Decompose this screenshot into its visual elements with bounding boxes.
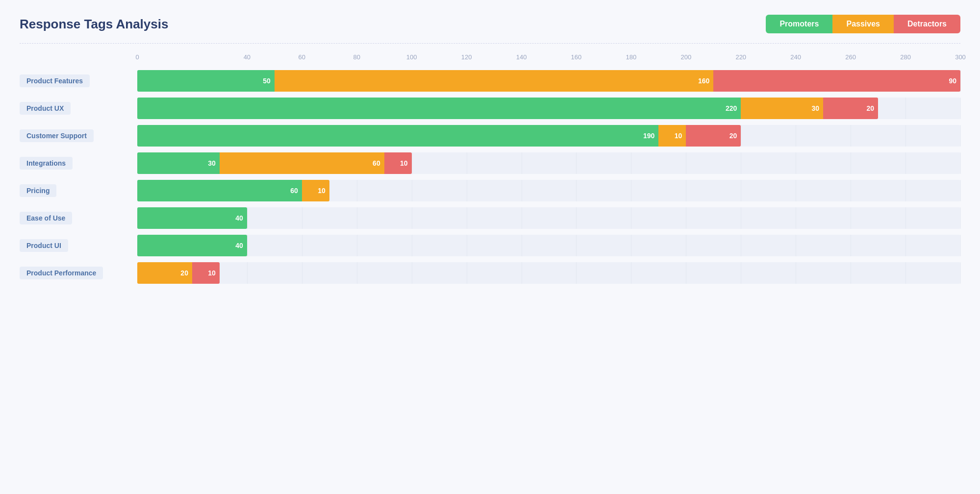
bar-segment-green: 40 [137, 235, 247, 256]
axis-tick-300: 300 [955, 53, 966, 61]
row-label-area: Product UX [20, 102, 127, 115]
axis-tick-160: 160 [571, 53, 582, 61]
bar-segment-red: 20 [686, 125, 741, 147]
legend-passives: Passives [832, 15, 894, 33]
chart-row: Product Performance2010 [137, 262, 960, 284]
bars: 306010 [137, 152, 960, 174]
bar-segment-orange: 20 [137, 262, 192, 284]
row-label: Product Features [20, 74, 90, 87]
axis-tick-280: 280 [900, 53, 911, 61]
bars: 40 [137, 235, 960, 256]
chart-row: Product UI40 [137, 235, 960, 256]
bars: 40 [137, 207, 960, 229]
axis-tick-180: 180 [626, 53, 637, 61]
bar-segment-orange: 60 [220, 152, 384, 174]
bar-segment-red: 20 [823, 98, 878, 119]
bar-segment-green: 30 [137, 152, 220, 174]
axis-tick-260: 260 [845, 53, 856, 61]
bar-container: 306010 [137, 152, 960, 174]
chart-row: Product Features5016090 [137, 70, 960, 92]
row-label: Integrations [20, 157, 73, 170]
bar-container: 1901020 [137, 125, 960, 147]
row-label-area: Integrations [20, 157, 127, 170]
bar-segment-green: 190 [137, 125, 658, 147]
bar-segment-orange: 10 [302, 180, 329, 201]
chart-row: Ease of Use40 [137, 207, 960, 229]
bar-segment-green: 60 [137, 180, 302, 201]
legend: Promoters Passives Detractors [766, 15, 960, 33]
chart-row: Integrations306010 [137, 152, 960, 174]
bars: 5016090 [137, 70, 960, 92]
axis-labels: 0406080100120140160180200220240260280300 [137, 53, 960, 67]
bar-segment-orange: 30 [741, 98, 823, 119]
axis-tick-200: 200 [680, 53, 691, 61]
page-header: Response Tags Analysis Promoters Passive… [20, 15, 960, 33]
bar-container: 40 [137, 207, 960, 229]
chart-area: 0406080100120140160180200220240260280300… [20, 53, 960, 284]
axis-tick-60: 60 [299, 53, 305, 61]
axis-tick-140: 140 [516, 53, 527, 61]
chart-row: Customer Support1901020 [137, 125, 960, 147]
row-label-area: Pricing [20, 184, 127, 197]
bars: 2203020 [137, 98, 960, 119]
bars: 1901020 [137, 125, 960, 147]
row-label: Customer Support [20, 129, 94, 142]
axis-tick-80: 80 [353, 53, 360, 61]
row-label: Pricing [20, 184, 56, 197]
bars: 2010 [137, 262, 960, 284]
bar-container: 5016090 [137, 70, 960, 92]
chart-row: Pricing6010 [137, 180, 960, 201]
row-label-area: Ease of Use [20, 212, 127, 224]
bar-segment-orange: 160 [275, 70, 713, 92]
bar-segment-green: 220 [137, 98, 741, 119]
axis-tick-240: 240 [790, 53, 801, 61]
bar-segment-red: 90 [713, 70, 960, 92]
page-title: Response Tags Analysis [20, 17, 168, 32]
bar-container: 40 [137, 235, 960, 256]
bar-container: 2010 [137, 262, 960, 284]
row-label-area: Product Performance [20, 267, 127, 279]
bar-container: 2203020 [137, 98, 960, 119]
row-label: Product Performance [20, 267, 103, 279]
bars: 6010 [137, 180, 960, 201]
bar-container: 6010 [137, 180, 960, 201]
axis-tick-40: 40 [244, 53, 251, 61]
chart-row: Product UX2203020 [137, 98, 960, 119]
row-label-area: Customer Support [20, 129, 127, 142]
row-label-area: Product UI [20, 239, 127, 252]
axis-tick-120: 120 [461, 53, 472, 61]
bar-segment-red: 10 [384, 152, 412, 174]
bar-segment-orange: 10 [658, 125, 686, 147]
bar-segment-green: 50 [137, 70, 275, 92]
divider [20, 43, 960, 44]
axis-tick-220: 220 [735, 53, 746, 61]
chart-rows: Product Features5016090Product UX2203020… [137, 70, 960, 284]
axis-tick-0: 0 [135, 53, 139, 61]
row-label: Product UX [20, 102, 71, 115]
legend-promoters: Promoters [766, 15, 832, 33]
legend-detractors: Detractors [894, 15, 960, 33]
axis-tick-100: 100 [406, 53, 417, 61]
bar-segment-green: 40 [137, 207, 247, 229]
row-label: Product UI [20, 239, 68, 252]
row-label-area: Product Features [20, 74, 127, 87]
bar-segment-red: 10 [192, 262, 220, 284]
row-label: Ease of Use [20, 212, 72, 224]
